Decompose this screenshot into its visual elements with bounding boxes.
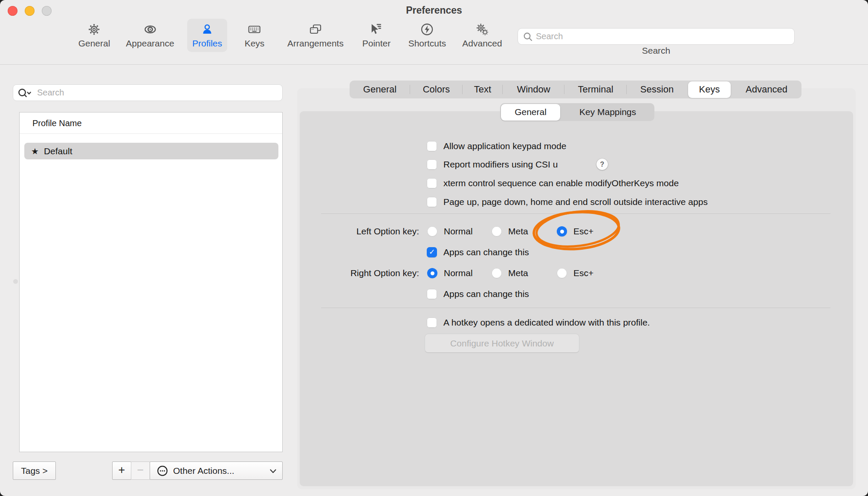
check-icon: ✓ bbox=[429, 248, 435, 256]
toolbar-label: Profiles bbox=[192, 38, 222, 49]
checkbox-label: xterm control sequence can enable modify… bbox=[443, 178, 679, 188]
right-option-key-label: Right Option key: bbox=[298, 268, 419, 278]
profile-list-header: Profile Name bbox=[32, 118, 82, 128]
tab-label: Session bbox=[640, 84, 674, 95]
toolbar-divider bbox=[0, 64, 868, 65]
tab-label: Advanced bbox=[746, 84, 787, 95]
tab-terminal[interactable]: Terminal bbox=[564, 81, 627, 98]
tab-label: Keys bbox=[699, 84, 720, 95]
toolbar-item-shortcuts[interactable]: Shortcuts bbox=[403, 19, 451, 52]
tab-window[interactable]: Window bbox=[503, 81, 564, 98]
toolbar-item-arrangements[interactable]: Arrangements bbox=[282, 19, 349, 52]
other-actions-dropdown[interactable]: Other Actions... bbox=[150, 461, 283, 480]
tab-general[interactable]: General bbox=[350, 81, 410, 98]
radio-label: Normal bbox=[444, 268, 473, 278]
toolbar-item-appearance[interactable]: Appearance bbox=[121, 19, 179, 52]
toolbar-search-caption: Search bbox=[518, 46, 795, 56]
checkbox-label: Allow application keypad mode bbox=[443, 141, 566, 151]
checkbox-left-apps-can-change[interactable]: ✓ bbox=[427, 247, 437, 257]
toolbar-label: Advanced bbox=[462, 38, 502, 49]
checkbox-keypad-mode[interactable] bbox=[427, 141, 437, 151]
checkbox-right-apps-can-change[interactable] bbox=[427, 289, 437, 299]
configure-hotkey-window-button[interactable]: Configure Hotkey Window bbox=[425, 334, 579, 352]
radio-label: Normal bbox=[444, 226, 473, 236]
toolbar-item-pointer[interactable]: Pointer bbox=[357, 19, 396, 52]
subtab-key-mappings[interactable]: Key Mappings bbox=[561, 103, 654, 121]
toolbar-item-keys[interactable]: Keys bbox=[240, 19, 270, 52]
checkbox-modify-other-keys[interactable] bbox=[427, 178, 437, 188]
star-icon: ★ bbox=[31, 146, 39, 156]
radio-left-meta[interactable] bbox=[492, 226, 502, 236]
checkbox-label: A hotkey opens a dedicated window with t… bbox=[443, 317, 650, 328]
question-mark-icon: ? bbox=[600, 161, 605, 168]
checkbox-csi-u[interactable] bbox=[427, 159, 437, 170]
radio-left-normal[interactable] bbox=[427, 226, 437, 236]
keyboard-icon bbox=[248, 23, 261, 36]
subtab-general[interactable]: General bbox=[501, 104, 560, 121]
splitter-dot bbox=[13, 279, 18, 284]
checkbox-page-scroll[interactable] bbox=[427, 197, 437, 207]
section-divider bbox=[321, 308, 830, 308]
profile-row-default[interactable]: ★ Default bbox=[24, 143, 278, 159]
bolt-icon bbox=[420, 23, 434, 36]
checkbox-label: Page up, page down, home and end scroll … bbox=[443, 197, 708, 207]
search-with-filter-icon bbox=[17, 87, 33, 100]
toolbar-item-profiles[interactable]: Profiles bbox=[187, 19, 227, 52]
profile-tab-bar: General Colors Text Window Terminal Sess… bbox=[350, 81, 801, 98]
preferences-window: Preferences General Appearance Profiles … bbox=[0, 0, 868, 496]
section-divider bbox=[321, 213, 830, 214]
toolbar-item-general[interactable]: General bbox=[73, 19, 116, 52]
gears-icon bbox=[475, 23, 489, 36]
tab-text[interactable]: Text bbox=[463, 81, 503, 98]
radio-right-meta[interactable] bbox=[492, 268, 502, 278]
left-option-key-label: Left Option key: bbox=[298, 226, 419, 236]
person-icon bbox=[200, 23, 214, 36]
list-header-divider bbox=[20, 133, 282, 134]
toolbar-item-advanced[interactable]: Advanced bbox=[457, 19, 507, 52]
chevron-down-icon bbox=[270, 469, 276, 473]
ellipsis-circle-icon bbox=[156, 464, 169, 477]
checkbox-label: Apps can change this bbox=[443, 289, 529, 299]
profile-name: Default bbox=[44, 146, 72, 156]
cursor-icon bbox=[370, 23, 383, 36]
remove-profile-button[interactable]: − bbox=[131, 461, 150, 480]
tags-button[interactable]: Tags > bbox=[13, 461, 56, 480]
radio-label: Meta bbox=[508, 226, 528, 236]
tab-colors[interactable]: Colors bbox=[410, 81, 463, 98]
tab-keys[interactable]: Keys bbox=[688, 81, 731, 98]
toolbar-label: Appearance bbox=[126, 38, 174, 49]
keys-pane-background bbox=[300, 111, 853, 486]
help-button[interactable]: ? bbox=[596, 159, 608, 170]
tab-label: Text bbox=[474, 84, 491, 95]
add-profile-button[interactable]: + bbox=[112, 461, 131, 480]
checkbox-label: Apps can change this bbox=[443, 247, 529, 257]
toolbar-search-input[interactable] bbox=[518, 28, 795, 45]
windows-icon bbox=[309, 23, 322, 36]
tab-advanced[interactable]: Advanced bbox=[732, 81, 801, 98]
checkbox-label: Report modifiers using CSI u bbox=[443, 159, 558, 170]
radio-right-normal[interactable] bbox=[427, 268, 437, 278]
tab-label: Terminal bbox=[578, 84, 613, 95]
toolbar-label: Shortcuts bbox=[408, 38, 446, 49]
plus-icon: + bbox=[119, 464, 125, 477]
checkbox-hotkey-window[interactable] bbox=[427, 317, 437, 328]
tab-session[interactable]: Session bbox=[627, 81, 687, 98]
toolbar-label: General bbox=[78, 38, 110, 49]
gear-icon bbox=[87, 23, 101, 36]
other-actions-label: Other Actions... bbox=[173, 466, 234, 476]
eye-icon bbox=[143, 23, 157, 36]
configure-hotkey-window-label: Configure Hotkey Window bbox=[450, 338, 554, 349]
keys-subtab-bar: General Key Mappings bbox=[500, 103, 654, 121]
profile-list: Profile Name ★ Default bbox=[19, 112, 283, 452]
radio-label: Esc+ bbox=[573, 226, 593, 236]
profile-search-input[interactable] bbox=[13, 84, 283, 101]
toolbar-label: Keys bbox=[245, 38, 265, 49]
window-title: Preferences bbox=[0, 5, 868, 16]
radio-left-esc[interactable] bbox=[557, 226, 567, 236]
toolbar-label: Arrangements bbox=[287, 38, 344, 49]
subtab-label: General bbox=[515, 107, 547, 117]
tab-label: Window bbox=[517, 84, 550, 95]
tab-label: Colors bbox=[423, 84, 450, 95]
radio-right-esc[interactable] bbox=[557, 268, 567, 278]
radio-label: Meta bbox=[508, 268, 528, 278]
